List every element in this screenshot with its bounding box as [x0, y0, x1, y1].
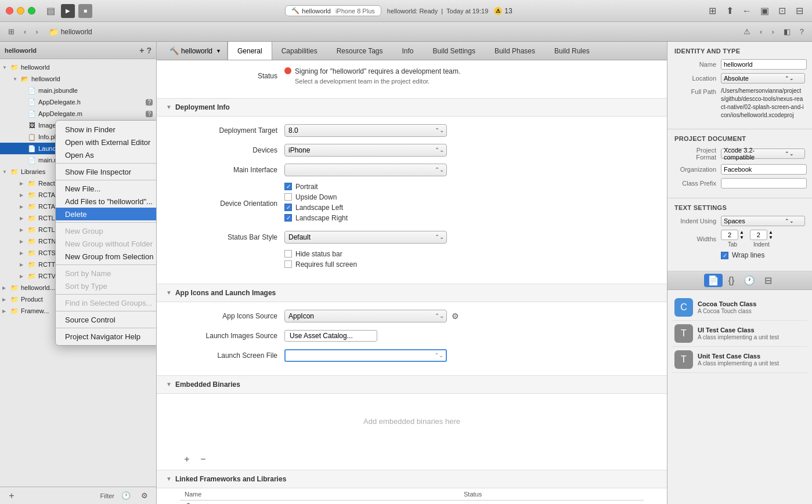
template-item-unittest[interactable]: T Unit Test Case Class A class implement… — [672, 347, 807, 373]
full-screen-checkbox[interactable] — [284, 260, 292, 268]
assistant-icon[interactable]: ⊡ — [775, 4, 789, 18]
sidebar-item-appdelegate-h[interactable]: 📄 AppDelegate.h ? — [0, 96, 156, 108]
ctx-new-group-from-selection[interactable]: New Group from Selection — [56, 250, 157, 263]
name-input[interactable] — [721, 59, 807, 70]
full-screen-label: Requires full screen — [295, 260, 357, 269]
right-panel-icon[interactable]: ◧ — [780, 26, 794, 37]
rb-tab-file[interactable]: 📄 — [704, 274, 723, 287]
back-icon[interactable]: ← — [740, 4, 754, 18]
tab-build-rules[interactable]: Build Rules — [545, 42, 600, 60]
hide-status-bar-checkbox[interactable] — [284, 250, 292, 258]
ctx-open-external[interactable]: Open with External Editor — [56, 136, 157, 148]
tab-stepper[interactable]: ▲▼ — [739, 230, 744, 240]
ctx-show-file-inspector[interactable]: Show File Inspector — [56, 165, 157, 178]
sidebar-item-appdelegate-m[interactable]: 📄 AppDelegate.m ? — [0, 108, 156, 119]
share-icon[interactable]: ⬆ — [723, 4, 737, 18]
deployment-target-select[interactable]: 8.0 ⌃⌄ — [284, 124, 447, 137]
tab-resource-tags[interactable]: Resource Tags — [327, 42, 393, 60]
app-icons-section-header[interactable]: ▼ App Icons and Launch Images — [157, 284, 667, 302]
main-interface-select[interactable]: ⌃⌄ — [284, 164, 447, 176]
navigator-toggle[interactable]: ⊞ — [5, 26, 18, 37]
gear-icon[interactable]: ⚙ — [452, 311, 459, 321]
tab-width-input[interactable] — [721, 230, 738, 240]
back-nav-button[interactable]: ‹ — [20, 26, 30, 37]
warning-indicator[interactable]: ⚠ 13 — [494, 7, 512, 15]
template-item-cocoa[interactable]: C Cocoa Touch Class A Cocoa Touch class — [672, 295, 807, 321]
sidebar-item-helloworld-root[interactable]: ▼ 📁 helloworld — [0, 61, 156, 73]
sidebar-item-main-jsbundle[interactable]: 📄 main.jsbundle — [0, 85, 156, 96]
indent-width-input[interactable] — [750, 230, 767, 240]
portrait-checkbox[interactable]: ✓ — [284, 183, 292, 190]
triangle-icon: ▼ — [166, 476, 172, 482]
deployment-section-header[interactable]: ▼ Deployment Info — [157, 99, 667, 117]
grid-icon[interactable]: ⊞ — [705, 4, 719, 18]
indent-stepper[interactable]: ▲▼ — [768, 230, 773, 240]
run-button[interactable]: ▶ — [61, 4, 75, 18]
rb-tab-code[interactable]: {} — [725, 274, 738, 287]
add-sidebar-icon[interactable]: + — [139, 46, 144, 55]
tab-build-settings[interactable]: Build Settings — [424, 42, 485, 60]
org-input[interactable] — [721, 164, 807, 175]
device-orientation-row: Device Orientation ✓ Portrait Upside Dow… — [180, 183, 644, 224]
ctx-delete[interactable]: Delete — [56, 208, 157, 220]
indent-select[interactable]: Spaces ⌃⌄ — [721, 216, 805, 226]
format-label: Project Format — [674, 147, 721, 161]
sidebar-item-helloworld[interactable]: ▼ 📂 helloworld — [0, 73, 156, 85]
wrap-lines-label: Wrap lines — [732, 251, 764, 259]
tab-build-phases[interactable]: Build Phases — [485, 42, 545, 60]
next-issue-button[interactable]: › — [768, 26, 777, 37]
devices-select[interactable]: iPhone ⌃⌄ — [284, 144, 447, 157]
select-arrow-icon: ⌃⌄ — [785, 151, 794, 157]
ctx-source-control[interactable]: Source Control ▶ — [56, 313, 157, 326]
history-icon[interactable]: 🕐 — [118, 490, 134, 501]
launch-images-button[interactable]: Use Asset Catalog... — [284, 330, 377, 342]
status-bar-style-row: Status Bar Style Default ⌃⌄ — [180, 230, 644, 244]
class-prefix-input[interactable] — [721, 178, 807, 188]
rb-tab-bookmark[interactable]: ⊟ — [761, 274, 775, 287]
warning-nav-icon[interactable]: ⚠ — [740, 26, 754, 37]
add-embedded-button[interactable]: + — [180, 452, 194, 466]
landscape-left-checkbox[interactable]: ✓ — [284, 204, 292, 211]
tab-project[interactable]: 🔨 helloworld ▼ — [164, 42, 228, 60]
project-name: helloworld — [181, 47, 212, 55]
sidebar-toggle-button[interactable]: ▤ — [44, 4, 57, 18]
scheme-selector[interactable]: 🔨 helloworld iPhone 8 Plus — [285, 5, 381, 16]
close-button[interactable] — [6, 7, 13, 14]
minimize-button[interactable] — [17, 7, 24, 14]
upside-down-checkbox[interactable] — [284, 193, 292, 201]
ctx-open-as[interactable]: Open As ▶ — [56, 148, 157, 161]
status-bar-select[interactable]: Default ⌃⌄ — [284, 231, 447, 244]
panel-toggle[interactable]: ▣ — [757, 4, 771, 18]
filter-label: Filter — [100, 492, 114, 499]
template-item-uitest[interactable]: T UI Test Case Class A class implementin… — [672, 321, 807, 347]
prev-issue-button[interactable]: ‹ — [756, 26, 766, 37]
landscape-right-checkbox[interactable]: ✓ — [284, 214, 292, 222]
ctx-new-file[interactable]: New File... — [56, 182, 157, 195]
add-file-button[interactable]: + — [5, 489, 19, 503]
remove-embedded-button[interactable]: − — [196, 452, 210, 466]
wrap-lines-checkbox[interactable]: ✓ — [721, 252, 728, 259]
linked-frameworks-header[interactable]: ▼ Linked Frameworks and Libraries — [157, 470, 667, 488]
location-select[interactable]: Absolute ⌃⌄ — [721, 73, 805, 84]
tab-capabilities[interactable]: Capabilities — [272, 42, 327, 60]
ctx-project-navigator-help[interactable]: Project Navigator Help — [56, 330, 157, 343]
table-row[interactable]: 🏛libRCTBlob.a Required ⌃⌄ — [180, 500, 644, 504]
forward-nav-button[interactable]: › — [32, 26, 41, 37]
status-value: Signing for "helloworld" requires a deve… — [284, 66, 644, 86]
tab-general[interactable]: General — [228, 42, 272, 60]
version-icon[interactable]: ⊟ — [792, 4, 806, 18]
help-icon[interactable]: ? — [796, 26, 807, 37]
sidebar-options-icon[interactable]: ? — [146, 46, 151, 55]
embedded-binaries-header[interactable]: ▼ Embedded Binaries — [157, 376, 667, 394]
app-icons-source-select[interactable]: AppIcon ⌃⌄ — [284, 310, 447, 322]
fullscreen-button[interactable] — [28, 7, 35, 14]
tab-info[interactable]: Info — [393, 42, 424, 60]
ctx-add-files[interactable]: Add Files to "helloworld"... — [56, 195, 157, 208]
stop-button[interactable]: ■ — [78, 4, 92, 18]
launch-screen-input[interactable]: ⌃⌄ — [284, 349, 447, 362]
format-select[interactable]: Xcode 3.2-compatible ⌃⌄ — [721, 148, 805, 159]
ctx-show-in-finder[interactable]: Show in Finder — [56, 123, 157, 136]
ctx-item-label: New Group without Folder — [65, 240, 153, 248]
rb-tab-history[interactable]: 🕐 — [740, 274, 759, 287]
filter-icon[interactable]: ⚙ — [138, 490, 151, 501]
